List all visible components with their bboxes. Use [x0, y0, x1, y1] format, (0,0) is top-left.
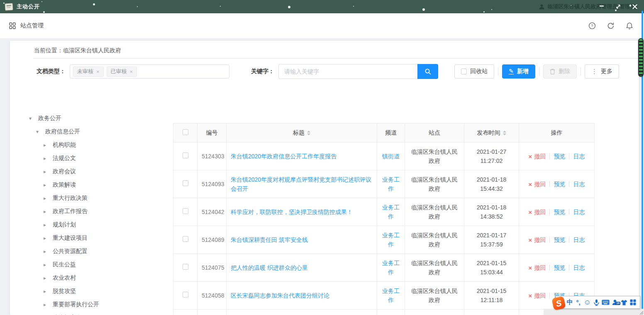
ime-language-mode[interactable]: 中 [566, 298, 574, 306]
row-checkbox[interactable] [183, 180, 188, 186]
preview-link[interactable]: 预览 [554, 180, 565, 189]
minimize-button[interactable] [593, 0, 610, 13]
scrollbar-thumb[interactable] [638, 38, 644, 77]
row-checkbox[interactable] [183, 292, 188, 298]
preview-link[interactable]: 预览 [554, 235, 565, 244]
log-link[interactable]: 日志 [573, 152, 585, 161]
doc-title-link[interactable]: 朱台镇深耕责任田 筑牢安全线 [231, 236, 308, 243]
tree-arrow-icon[interactable]: ▸ [43, 182, 47, 188]
preview-link[interactable]: 预览 [554, 263, 565, 272]
tree-item[interactable]: ▸ 机构职能 [10, 138, 173, 152]
tree-item[interactable]: ▸ 政府会议 [10, 165, 173, 178]
withdraw-link[interactable]: × 撤回 [529, 291, 546, 300]
close-button[interactable] [627, 0, 643, 13]
tree-arrow-icon[interactable]: ▸ [43, 275, 47, 281]
log-link[interactable]: 日志 [573, 180, 585, 189]
select-all-checkbox[interactable] [183, 129, 188, 135]
tree-arrow-icon[interactable]: ▸ [43, 249, 47, 254]
tree-arrow-icon[interactable]: ▸ [43, 302, 47, 308]
tree-arrow-icon[interactable]: ▸ [43, 262, 47, 268]
withdraw-link[interactable]: × 撤回 [529, 207, 546, 217]
site-cell: 临淄区朱台镇人民政府 [405, 254, 464, 282]
tree-item[interactable]: ▸ 政策解读 [10, 178, 173, 192]
doc-type-select[interactable]: 未审核 × 已审核 × [70, 64, 229, 79]
tree-arrow-icon[interactable]: ▸ [43, 209, 47, 214]
row-checkbox[interactable] [183, 153, 188, 158]
ime-emoji-icon[interactable]: ☺ [583, 298, 592, 307]
tree-arrow-icon[interactable]: ▸ [43, 169, 47, 175]
doc-title-link[interactable]: 朱台镇2020年度对村观摩点评暨村党支部书记述职评议会召开 [231, 176, 371, 192]
withdraw-link[interactable]: × 撤回 [529, 263, 546, 272]
resize-corner[interactable] [638, 310, 643, 315]
tree-item[interactable]: ▸ 农业农村 [10, 271, 173, 285]
tag-close-icon[interactable]: × [96, 69, 100, 74]
preview-link[interactable]: 预览 [554, 207, 565, 217]
tree-item[interactable]: ▸ 法规公文 [10, 152, 173, 165]
log-link[interactable]: 日志 [573, 207, 585, 217]
channel-link[interactable]: 业务工作 [382, 204, 400, 220]
withdraw-link[interactable]: × 撤回 [529, 152, 546, 161]
withdraw-link[interactable]: × 撤回 [529, 235, 546, 244]
tree-arrow-icon[interactable]: ▸ [43, 142, 47, 148]
row-checkbox[interactable] [183, 264, 188, 270]
tree-item[interactable]: ▸ 建议提案办理 [10, 311, 173, 315]
sort-time-icon[interactable] [503, 130, 506, 135]
tree-item[interactable]: ▸ 重大行政决策 [10, 192, 173, 205]
search-button[interactable] [417, 64, 438, 79]
star-decoration [491, 9, 492, 10]
more-button[interactable]: ⋮ 更多 [585, 64, 619, 79]
channel-link[interactable]: 业务工作 [382, 288, 400, 303]
ime-keyboard-icon[interactable] [600, 300, 611, 305]
preview-link[interactable]: 预览 [554, 152, 565, 161]
channel-link[interactable]: 业务工作 [382, 176, 400, 192]
add-button[interactable]: ✎ 新增 [502, 64, 535, 79]
tree-item[interactable]: ▸ 民生公益 [10, 258, 173, 271]
tree-item[interactable]: ▾ 政务公开 [10, 112, 173, 125]
channel-link[interactable]: 业务工作 [382, 232, 400, 248]
channel-link[interactable]: 镇街道 [382, 153, 400, 160]
tree-arrow-icon[interactable]: ▾ [35, 129, 39, 135]
tree-arrow-icon[interactable]: ▸ [43, 235, 47, 241]
ime-skin-icon[interactable] [620, 300, 629, 305]
row-checkbox[interactable] [183, 208, 188, 214]
tree-item[interactable]: ▸ 重大建设项目 [10, 231, 173, 245]
doc-title-link[interactable]: 把人性的温暖 织进群众的心里 [231, 264, 308, 271]
tree-arrow-icon[interactable]: ▾ [28, 116, 32, 121]
ime-voice-icon[interactable] [592, 299, 600, 306]
keyword-input[interactable] [278, 64, 417, 79]
tree-item[interactable]: ▾ 政府信息公开 [10, 125, 173, 138]
recycle-bin-button[interactable]: 回收站 [454, 64, 494, 79]
doc-title-link[interactable]: 朱台镇2020年政府信息公开工作年度报告 [231, 153, 337, 160]
tag-close-icon[interactable]: × [130, 69, 133, 74]
help-button[interactable]: ? [588, 22, 596, 30]
ime-punctuation-mode[interactable]: °, [574, 299, 583, 306]
maximize-button[interactable] [610, 0, 627, 13]
recycle-bin-checkbox[interactable] [461, 69, 467, 74]
withdraw-link[interactable]: × 撤回 [529, 180, 546, 189]
tree-arrow-icon[interactable]: ▸ [43, 222, 47, 228]
ime-menu-icon[interactable] [629, 299, 637, 305]
log-link[interactable]: 日志 [573, 263, 585, 272]
sort-title-icon[interactable] [307, 130, 310, 135]
tree-arrow-icon[interactable]: ▸ [43, 155, 47, 161]
delete-button[interactable]: 删除 [543, 64, 577, 79]
ime-account-icon[interactable]: 19 [611, 299, 620, 305]
tree-item[interactable]: ▸ 脱贫攻坚 [10, 285, 173, 298]
tree-item[interactable]: ▸ 规划计划 [10, 218, 173, 231]
tree-arrow-icon[interactable]: ▸ [43, 195, 47, 201]
app-header: 站点管理 ? [0, 13, 644, 38]
doc-title-link[interactable]: 区长宋磊同志参加朱台代表团分组讨论 [231, 292, 329, 299]
sogou-logo-icon[interactable]: S [551, 296, 566, 310]
column-title: 标题 [227, 123, 377, 143]
tree-item[interactable]: ▸ 公共资源配置 [10, 245, 173, 258]
log-link[interactable]: 日志 [573, 235, 585, 244]
site-management-menu[interactable]: 站点管理 [9, 22, 44, 30]
tree-item[interactable]: ▸ 政府工作报告 [10, 205, 173, 218]
notifications-button[interactable] [626, 22, 633, 30]
refresh-button[interactable] [607, 22, 615, 30]
tree-arrow-icon[interactable]: ▸ [43, 288, 47, 294]
row-checkbox[interactable] [183, 236, 188, 242]
tree-item[interactable]: ▸ 重要部署执行公开 [10, 298, 173, 311]
channel-link[interactable]: 业务工作 [382, 260, 400, 276]
doc-title-link[interactable]: 科学应对，联防联控，坚决捍卫疫情防控成果！ [231, 209, 353, 215]
